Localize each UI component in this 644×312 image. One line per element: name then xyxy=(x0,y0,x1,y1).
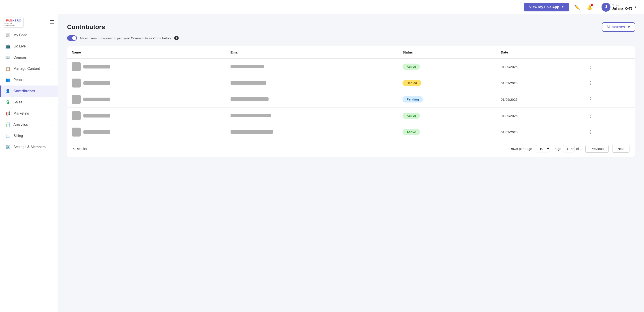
manage-content-icon: 📋 xyxy=(5,66,10,71)
name-placeholder xyxy=(84,98,110,101)
email-cell xyxy=(226,91,398,108)
info-icon[interactable]: i xyxy=(174,36,179,40)
action-cell: ⋮ xyxy=(582,58,635,75)
status-dropdown-label: All statuses xyxy=(606,25,625,29)
status-badge: Denied xyxy=(402,80,421,86)
sidebar-item-billing[interactable]: 🧾 Billing › xyxy=(0,130,58,141)
status-badge: Active xyxy=(402,129,420,135)
sidebar-item-label: Contributors xyxy=(14,89,35,93)
sidebar-item-go-live[interactable]: 📺 Go Live › xyxy=(0,41,58,52)
courses-icon: 📖 xyxy=(5,55,10,60)
col-email: Email xyxy=(226,46,398,58)
page-select[interactable]: 1 xyxy=(563,145,574,152)
chevron-right-icon: › xyxy=(52,45,54,48)
results-count: 5 Results xyxy=(73,147,87,151)
sidebar-item-label: People xyxy=(14,78,24,82)
billing-icon: 🧾 xyxy=(5,133,10,138)
hamburger-button[interactable]: ☰ xyxy=(50,20,54,25)
more-options-button[interactable]: ⋮ xyxy=(587,112,594,120)
sidebar-item-analytics[interactable]: 📊 Analytics › xyxy=(0,119,58,130)
sidebar-item-sales[interactable]: 💲 Sales › xyxy=(0,97,58,108)
divider xyxy=(598,3,598,11)
settings-icon: ⚙️ xyxy=(5,145,10,150)
avatar-placeholder xyxy=(72,95,81,104)
sidebar-item-label: Settings & Members xyxy=(14,145,46,149)
wand-icon-button[interactable]: ✏️ xyxy=(573,3,582,12)
table-body: Active01/09/2025⋮Denied01/09/2025⋮Pendin… xyxy=(67,58,635,140)
sidebar-item-label: Marketing xyxy=(14,111,29,116)
sidebar-item-label: Billing xyxy=(14,134,23,138)
contributor-toggle[interactable] xyxy=(67,35,77,41)
status-filter-dropdown[interactable]: All statuses ▼ xyxy=(602,22,635,32)
status-cell: Active xyxy=(398,58,496,75)
tenant-label: Tenant xyxy=(612,4,632,7)
sidebar-item-label: Sales xyxy=(14,100,22,104)
email-placeholder xyxy=(230,97,268,101)
more-options-button[interactable]: ⋮ xyxy=(587,96,594,103)
name-cell xyxy=(67,91,226,108)
col-status: Status xyxy=(398,46,496,58)
status-badge: Pending xyxy=(402,96,423,103)
sidebar-item-people[interactable]: 👥 People xyxy=(0,74,58,86)
sidebar-item-contributors[interactable]: 👤 Contributors xyxy=(0,86,58,97)
avatar-placeholder xyxy=(72,128,81,137)
email-placeholder xyxy=(230,81,266,85)
notifications-button[interactable]: 🔔 xyxy=(585,3,594,12)
more-options-button[interactable]: ⋮ xyxy=(587,79,594,87)
toggle-slider xyxy=(67,35,77,41)
view-live-button[interactable]: View My Live App ↗ xyxy=(524,3,569,12)
sidebar-item-label: Manage Content xyxy=(14,67,40,71)
date-cell: 01/09/2025 xyxy=(496,124,582,140)
sidebar: FANHERO PEOPLE. POWERED. ☰ 📰 My Feed 📺 G… xyxy=(0,14,58,312)
sidebar-item-manage-content[interactable]: 📋 Manage Content › xyxy=(0,63,58,74)
action-cell: ⋮ xyxy=(582,108,635,124)
email-placeholder xyxy=(230,130,273,134)
email-cell xyxy=(226,108,398,124)
sidebar-item-marketing[interactable]: 📢 Marketing › xyxy=(0,108,58,119)
sidebar-item-label: Analytics xyxy=(14,123,28,127)
sidebar-item-my-feed[interactable]: 📰 My Feed xyxy=(0,30,58,41)
name-cell xyxy=(67,124,226,140)
name-placeholder xyxy=(84,81,110,85)
avatar-placeholder xyxy=(72,62,81,71)
previous-button[interactable]: Previous xyxy=(586,145,609,153)
my-feed-icon: 📰 xyxy=(5,33,10,38)
toggle-label: Allow users to request to join your Comm… xyxy=(80,36,172,40)
user-info: Tenant Juliana_KyT2 xyxy=(612,4,632,11)
logo: FANHERO PEOPLE. POWERED. xyxy=(4,17,24,28)
rows-per-page-label: Rows per page xyxy=(510,147,532,151)
main-content: Contributors All statuses ▼ Allow users … xyxy=(58,14,644,312)
date-cell: 01/09/2025 xyxy=(496,91,582,108)
layout: FANHERO PEOPLE. POWERED. ☰ 📰 My Feed 📺 G… xyxy=(0,14,644,312)
table-row: Denied01/09/2025⋮ xyxy=(67,75,635,91)
name-placeholder xyxy=(84,130,110,134)
table-row: Active01/09/2025⋮ xyxy=(67,124,635,140)
user-dropdown[interactable]: J Tenant Juliana_KyT2 ▼ xyxy=(602,3,637,12)
page-header: Contributors All statuses ▼ xyxy=(67,22,635,32)
more-options-button[interactable]: ⋮ xyxy=(587,63,594,71)
people-icon: 👥 xyxy=(5,78,10,82)
contributors-table: Name Email Status Date Active01/09/2025⋮… xyxy=(67,46,635,157)
status-cell: Denied xyxy=(398,75,496,91)
rows-per-page-select[interactable]: 10 25 50 xyxy=(536,145,550,152)
analytics-icon: 📊 xyxy=(5,122,10,127)
table-row: Pending01/09/2025⋮ xyxy=(67,91,635,108)
status-badge: Active xyxy=(402,113,420,119)
chevron-down-icon: ▼ xyxy=(634,6,637,9)
sidebar-item-courses[interactable]: 📖 Courses xyxy=(0,52,58,63)
date-cell: 01/09/2025 xyxy=(496,108,582,124)
name-placeholder xyxy=(84,114,110,118)
sidebar-nav: 📰 My Feed 📺 Go Live › 📖 Courses 📋 Manage… xyxy=(0,30,58,153)
page-title: Contributors xyxy=(67,24,105,31)
more-options-button[interactable]: ⋮ xyxy=(587,128,594,136)
of-pages-label: of 1 xyxy=(576,147,582,151)
chevron-right-icon: › xyxy=(52,123,54,126)
table-row: Active01/09/2025⋮ xyxy=(67,108,635,124)
sidebar-item-label: Courses xyxy=(14,56,27,60)
pagination-row: 5 Results Rows per page 10 25 50 Page 1 … xyxy=(67,140,635,157)
status-cell: Active xyxy=(398,108,496,124)
user-name: Juliana_KyT2 xyxy=(612,7,632,11)
avatar: J xyxy=(602,3,610,12)
next-button[interactable]: Next xyxy=(612,145,630,153)
sidebar-item-settings[interactable]: ⚙️ Settings & Members xyxy=(0,141,58,153)
